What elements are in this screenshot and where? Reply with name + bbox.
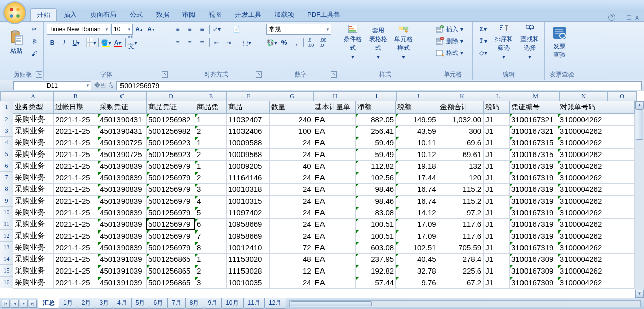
cell[interactable]: 24 xyxy=(270,218,313,230)
office-button[interactable] xyxy=(3,1,26,24)
cell[interactable]: 2021-1-25 xyxy=(54,265,98,277)
cell[interactable]: 4501390839 xyxy=(98,218,147,230)
comma-button[interactable]: , xyxy=(291,37,302,48)
cell[interactable]: 48 xyxy=(270,253,313,265)
cell[interactable]: 5001256979 xyxy=(146,172,195,183)
header-cell[interactable]: 税码 xyxy=(484,101,510,113)
cell[interactable]: 40.45 xyxy=(396,253,438,265)
cell[interactable]: 5 xyxy=(195,207,226,218)
cell[interactable]: 采购业务 xyxy=(13,137,54,148)
cell[interactable]: 3100004262 xyxy=(558,160,606,172)
cell[interactable]: 3100004262 xyxy=(558,218,606,230)
ribbon-tab-7[interactable]: 开发工具 xyxy=(229,9,267,21)
cell[interactable]: EA xyxy=(313,113,355,125)
cell[interactable] xyxy=(606,160,634,172)
cell[interactable]: 2021-1-25 xyxy=(54,160,98,172)
cell[interactable]: 5001256979 xyxy=(146,207,195,218)
cell[interactable]: 3100004262 xyxy=(558,277,606,288)
ribbon-tab-3[interactable]: 公式 xyxy=(124,9,149,21)
cell[interactable]: 采购业务 xyxy=(13,265,54,277)
select-all-corner[interactable] xyxy=(0,91,13,101)
cell[interactable]: 17.44 xyxy=(396,172,438,183)
cell[interactable]: 57.44 xyxy=(355,277,396,288)
cut-button[interactable]: ✂ xyxy=(29,24,40,35)
cell[interactable] xyxy=(606,265,634,277)
cell[interactable]: 3100167319 xyxy=(509,230,558,242)
cell[interactable]: EA xyxy=(313,253,355,265)
ribbon-tab-0[interactable]: 开始 xyxy=(30,8,57,21)
cell[interactable]: EA xyxy=(313,207,355,218)
cell[interactable]: 2 xyxy=(195,265,226,277)
cell[interactable]: 2021-1-25 xyxy=(54,207,98,218)
cell[interactable]: 10009568 xyxy=(226,148,270,160)
align-right-button[interactable]: ≡ xyxy=(196,37,208,48)
cell[interactable]: 5001256865 xyxy=(146,253,195,265)
cell[interactable]: 4501391039 xyxy=(98,265,147,277)
ribbon-tab-2[interactable]: 页面布局 xyxy=(84,9,123,21)
table-format-button[interactable]: 套用 表格格式▾ xyxy=(367,24,390,60)
cell[interactable]: 2021-1-25 xyxy=(54,218,98,230)
bold-button[interactable]: B xyxy=(47,37,58,48)
cell[interactable]: 4501390725 xyxy=(98,148,147,160)
align-middle-button[interactable]: ≡ xyxy=(184,24,195,35)
cell[interactable] xyxy=(606,183,634,195)
clear-button[interactable]: ◇▾ xyxy=(476,47,490,58)
tab-nav-first[interactable]: |◂ xyxy=(2,300,10,308)
cell[interactable]: 11164146 xyxy=(226,172,270,183)
cell[interactable]: 3100167309 xyxy=(509,277,558,288)
cell[interactable]: 采购业务 xyxy=(13,242,54,253)
cell[interactable]: 603.08 xyxy=(355,242,396,253)
cell[interactable]: 采购业务 xyxy=(13,218,54,230)
cell[interactable]: 98.46 xyxy=(355,183,396,195)
tab-nav-last[interactable]: ▸| xyxy=(29,300,37,308)
cell[interactable]: 19.18 xyxy=(396,160,438,172)
cell[interactable]: 5001256982 xyxy=(146,125,195,137)
header-cell[interactable]: 对账单号码 xyxy=(558,101,606,113)
cell[interactable]: 3 xyxy=(195,277,226,288)
row-header-13[interactable]: 13 xyxy=(0,242,13,253)
cell[interactable]: 1,032.00 xyxy=(438,113,484,125)
cell[interactable] xyxy=(606,113,634,125)
cell[interactable]: 5001256865 xyxy=(146,277,195,288)
fx-button[interactable]: fx xyxy=(109,81,113,89)
cell[interactable]: 10958669 xyxy=(226,230,270,242)
cell[interactable]: 7 xyxy=(195,230,226,242)
cell[interactable]: J1 xyxy=(484,125,510,137)
invoice-verify-button[interactable]: 发票 查验 xyxy=(548,24,571,60)
cell[interactable]: J1 xyxy=(484,242,510,253)
row-header-12[interactable]: 12 xyxy=(0,230,13,242)
cell[interactable]: J1 xyxy=(484,230,510,242)
cell[interactable]: 24 xyxy=(270,172,313,183)
sheet-tab-2月[interactable]: 2月 xyxy=(77,298,96,309)
orientation-button[interactable]: ⤢▾ xyxy=(211,24,222,35)
cell[interactable]: 4501390431 xyxy=(98,113,147,125)
cell[interactable]: J1 xyxy=(484,160,510,172)
ribbon-tab-8[interactable]: 加载项 xyxy=(268,9,300,21)
sheet-tab-汇总[interactable]: 汇总 xyxy=(38,298,59,309)
cell[interactable]: 10.11 xyxy=(396,137,438,148)
cell[interactable]: 59.49 xyxy=(355,137,396,148)
col-header-K[interactable]: K xyxy=(439,91,485,101)
cell[interactable]: 1 xyxy=(195,137,226,148)
cell[interactable]: 102.51 xyxy=(396,242,438,253)
cell[interactable]: 5001256982 xyxy=(146,113,195,125)
cell[interactable]: 5001256979 xyxy=(146,160,195,172)
cell[interactable]: J1 xyxy=(484,148,510,160)
cell[interactable]: 24 xyxy=(270,183,313,195)
cell[interactable]: J1 xyxy=(484,113,510,125)
align-center-button[interactable]: ≡ xyxy=(184,37,195,48)
col-header-C[interactable]: C xyxy=(98,91,147,101)
cell[interactable]: 192.82 xyxy=(355,265,396,277)
align-top-button[interactable]: ≡ xyxy=(172,24,183,35)
cell[interactable]: 3100004262 xyxy=(558,195,606,207)
sheet-tab-6月[interactable]: 6月 xyxy=(149,298,168,309)
cell[interactable] xyxy=(606,172,634,183)
cell[interactable]: 117.6 xyxy=(438,218,484,230)
col-header-O[interactable]: O xyxy=(608,91,637,101)
cell[interactable]: EA xyxy=(313,183,355,195)
cell[interactable]: 1 xyxy=(195,253,226,265)
cell[interactable]: 3 xyxy=(195,183,226,195)
cell[interactable]: 2021-1-25 xyxy=(54,148,98,160)
row-header-14[interactable]: 14 xyxy=(0,253,13,265)
cell[interactable]: J1 xyxy=(484,253,510,265)
